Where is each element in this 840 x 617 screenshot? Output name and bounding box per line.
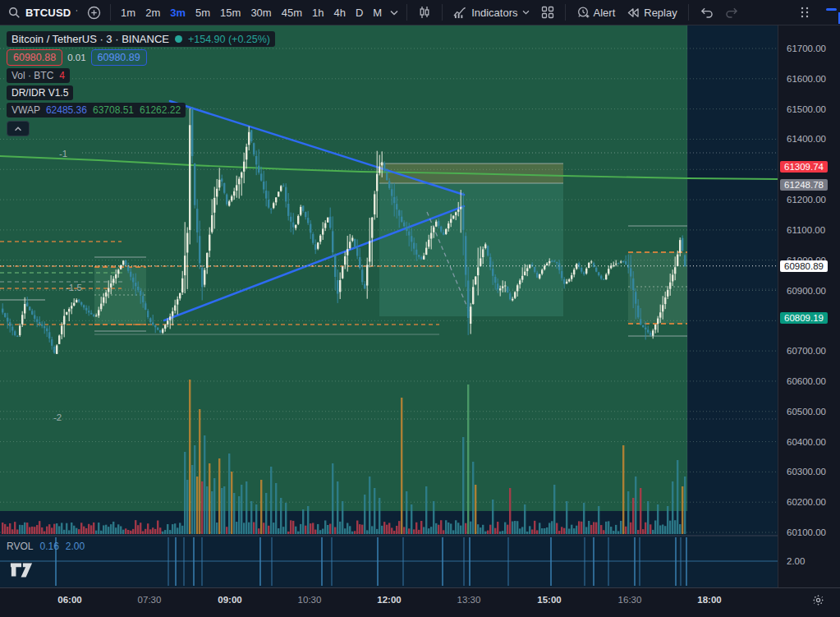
price-tick: 61700.00	[787, 44, 826, 53]
timeframe-button-D[interactable]: D	[351, 2, 368, 22]
vwap-value-2: 63708.51	[93, 104, 134, 116]
vwap-indicator-row[interactable]: VWAP 62485.36 63708.51 61262.22	[7, 103, 186, 117]
spread-value: 0.01	[67, 53, 85, 62]
timeframe-list: 1m2m3m5m15m30m45m1h4hDM	[116, 2, 387, 22]
time-tick: 06:00	[57, 595, 81, 605]
rvol-value-2: 2.00	[66, 541, 85, 552]
rewind-icon	[627, 7, 640, 18]
toolbar-right	[794, 0, 840, 25]
timeframe-button-1h[interactable]: 1h	[307, 2, 328, 22]
timeframe-button-30m[interactable]: 30m	[246, 2, 276, 22]
rvol-scale-tick: 2.00	[787, 556, 805, 566]
price-tick: 60400.00	[787, 437, 826, 447]
indicators-label: Indicators	[471, 7, 517, 19]
time-tick: 10:30	[298, 595, 322, 605]
toolbar-left: BTCUSD' 1m2m3m5m15m30m45m1h4hDM	[0, 0, 794, 25]
axis-settings-gear-icon[interactable]	[811, 593, 825, 610]
price-tick: 61400.00	[787, 134, 826, 144]
vwap-value-3: 61262.22	[140, 104, 181, 116]
dr-session-box	[379, 183, 563, 316]
indicators-chevron-down-icon	[522, 10, 530, 15]
timeframe-button-M[interactable]: M	[368, 2, 387, 22]
dr-extension-label: -2	[53, 412, 62, 422]
toolbar-separator	[688, 4, 689, 21]
time-tick: 07:30	[138, 595, 162, 605]
symbol-name: BTCUSD	[25, 7, 71, 19]
search-icon[interactable]	[8, 7, 21, 19]
price-tick: 61500.00	[787, 104, 826, 114]
symbol-legend-row[interactable]: Bitcoin / TetherUS · 3 · BINANCE +154.90…	[7, 31, 275, 47]
ask-price: 60980.89	[91, 49, 147, 66]
price-tick: 60600.00	[787, 376, 826, 386]
time-tick: 16:30	[618, 595, 642, 605]
volume-indicator-row[interactable]: Vol · BTC 4	[7, 68, 70, 83]
symbol-marker: '	[76, 8, 77, 16]
alert-button[interactable]: Alert	[571, 2, 622, 22]
alarm-clock-icon	[576, 6, 590, 19]
time-tick: 13:30	[457, 595, 481, 605]
ohlc-row: 60980.88 0.01 60980.89	[7, 49, 275, 66]
alert-label: Alert	[594, 7, 616, 19]
dr-idr-indicator-row[interactable]: DR/IDR V1.5	[7, 85, 73, 100]
price-tick: 60900.00	[787, 286, 826, 296]
legend-collapse-button[interactable]	[7, 121, 30, 136]
symbol-button[interactable]: BTCUSD'	[21, 2, 83, 22]
layout-grid-icon[interactable]	[535, 2, 560, 22]
bid-price: 60980.88	[7, 49, 62, 66]
rvol-indicator-row[interactable]: RVOL 0.16 2.00	[7, 541, 85, 552]
replay-label: Replay	[644, 7, 677, 19]
indicators-button[interactable]: Indicators	[448, 2, 535, 22]
top-toolbar: BTCUSD' 1m2m3m5m15m30m45m1h4hDM	[0, 0, 840, 25]
toolbar-separator	[442, 4, 443, 21]
price-tick: 61600.00	[787, 74, 826, 84]
time-tick: 09:00	[218, 595, 241, 605]
time-tick: 15:00	[537, 595, 561, 605]
timeframe-button-15m[interactable]: 15m	[215, 2, 246, 22]
price-tick: 61100.00	[787, 225, 825, 235]
tradingview-app: BTCUSD' 1m2m3m5m15m30m45m1h4hDM	[0, 0, 840, 617]
legend-change: +154.90 (+0.25%)	[188, 34, 270, 45]
price-tick: 60700.00	[787, 346, 826, 356]
tradingview-logo[interactable]	[10, 562, 33, 582]
panel-resize-handle[interactable]	[826, 8, 837, 11]
replay-button[interactable]: Replay	[621, 2, 682, 22]
rvol-label: RVOL	[7, 541, 33, 552]
vwap-label: VWAP	[11, 104, 40, 116]
rvol-value-1: 0.16	[39, 541, 58, 552]
dr-idr-label: DR/IDR V1.5	[11, 87, 68, 99]
price-tick: 60300.00	[787, 467, 826, 477]
price-axis[interactable]: 61700.0061600.0061500.0061400.0061200.00…	[778, 25, 840, 587]
price-tick: 61200.00	[787, 195, 826, 205]
timeframe-button-5m[interactable]: 5m	[190, 2, 215, 22]
indicators-icon	[453, 7, 467, 19]
price-tick: 60500.00	[787, 407, 826, 417]
price-tick: 60100.00	[787, 527, 826, 537]
toolbar-separator	[406, 4, 407, 21]
timeframe-button-4h[interactable]: 4h	[328, 2, 350, 22]
price-tick: 60200.00	[787, 497, 826, 507]
timeframe-button-2m[interactable]: 2m	[140, 2, 165, 22]
toolbar-separator	[110, 4, 111, 21]
undo-icon[interactable]	[694, 2, 719, 22]
manage-layouts-dots-icon[interactable]	[794, 2, 815, 22]
timeframe-button-3m[interactable]: 3m	[165, 2, 190, 22]
price-label-chip: 61248.78	[780, 179, 828, 191]
dr-extension-label: -1.5	[66, 283, 82, 292]
timeframe-chevron-down-icon[interactable]	[387, 2, 402, 22]
market-status-dot-icon[interactable]	[175, 35, 182, 43]
dr-session-box	[94, 267, 146, 325]
price-label-chip: 60809.19	[780, 312, 828, 324]
volume-value: 4	[59, 70, 65, 81]
legend-title: Bitcoin / TetherUS · 3 · BINANCE	[11, 33, 169, 45]
timeframe-button-45m[interactable]: 45m	[277, 2, 307, 22]
time-tick: 12:00	[377, 595, 401, 605]
vwap-value-1: 62485.36	[46, 104, 87, 116]
price-label-chip: 61309.74	[780, 161, 828, 173]
time-axis[interactable]: 06:0007:3009:0010:3012:0013:3015:0016:30…	[0, 587, 840, 617]
dr-extension-label: -1	[59, 149, 67, 159]
chart-style-candles-icon[interactable]	[412, 2, 437, 22]
redo-icon[interactable]	[719, 2, 745, 22]
compare-add-button[interactable]	[83, 2, 105, 22]
price-label-chip: 60980.89	[780, 260, 828, 272]
timeframe-button-1m[interactable]: 1m	[116, 2, 140, 22]
